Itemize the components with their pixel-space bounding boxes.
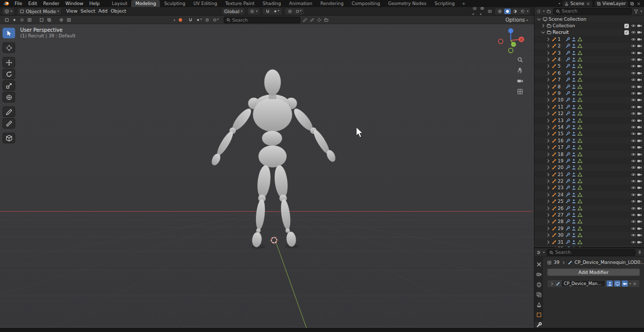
eye-icon[interactable]	[631, 37, 636, 42]
modifier-wrench-icon[interactable]	[565, 118, 570, 123]
eye-icon[interactable]	[631, 158, 636, 163]
eye-icon[interactable]	[631, 23, 636, 28]
falloff-sphere-icon[interactable]	[178, 17, 183, 23]
tab-output[interactable]	[534, 281, 543, 288]
mesh-data-icon[interactable]	[577, 219, 582, 224]
eye-icon[interactable]	[631, 84, 636, 89]
camera-icon[interactable]	[637, 131, 642, 136]
camera-icon[interactable]	[637, 226, 642, 231]
mesh-data-icon[interactable]	[577, 240, 582, 245]
scene-collection-row[interactable]: Scene Collection	[534, 16, 644, 22]
modifier-wrench-icon[interactable]	[565, 199, 570, 204]
add-cube-tool[interactable]	[3, 133, 15, 143]
chevron-right-icon[interactable]	[546, 71, 551, 76]
armature-data-icon[interactable]	[571, 131, 576, 136]
camera-icon[interactable]	[637, 111, 642, 116]
outliner-object-row[interactable]: 30	[534, 232, 644, 239]
eye-icon[interactable]	[631, 104, 636, 109]
mesh-data-icon[interactable]	[577, 111, 582, 116]
chevron-right-icon[interactable]	[546, 145, 551, 150]
mesh-data-icon[interactable]	[577, 125, 582, 130]
eye-icon[interactable]	[631, 97, 636, 102]
workspace-tab[interactable]: Layout	[108, 0, 132, 7]
chevron-right-icon[interactable]	[546, 199, 551, 204]
modifier-wrench-icon[interactable]	[565, 91, 570, 96]
chevron-right-icon[interactable]	[546, 219, 551, 224]
scene-selector[interactable]: Scene	[562, 1, 592, 7]
camera-icon[interactable]	[637, 84, 642, 89]
eye-icon[interactable]	[631, 145, 636, 150]
collection-row[interactable]: Collection ✓	[534, 22, 644, 29]
mesh-data-icon[interactable]	[577, 179, 582, 184]
armature-data-icon[interactable]	[571, 199, 576, 204]
modifier-wrench-icon[interactable]	[565, 43, 570, 48]
tool-search-input[interactable]	[232, 18, 298, 23]
eye-icon[interactable]	[631, 233, 636, 238]
outliner-object-row[interactable]: 16	[534, 137, 644, 144]
chevron-right-icon[interactable]	[546, 91, 551, 96]
breadcrumb-data-name[interactable]: CP_Device_Mannequin_LOD0...	[574, 260, 644, 265]
cursor-tool-icon[interactable]	[317, 18, 321, 22]
armature-data-icon[interactable]	[571, 111, 576, 116]
outliner-search-input[interactable]	[562, 9, 629, 14]
outliner-object-row[interactable]: 23	[534, 185, 644, 191]
armature-data-icon[interactable]	[571, 118, 576, 123]
chevron-right-icon[interactable]	[546, 57, 551, 62]
shading-dropdown-icon[interactable]: ▾	[527, 10, 528, 13]
armature-data-icon[interactable]	[571, 71, 576, 76]
chevron-right-icon[interactable]	[546, 84, 551, 89]
armature-data-icon[interactable]	[571, 138, 576, 143]
camera-icon[interactable]	[637, 152, 642, 157]
eye-icon[interactable]	[631, 91, 636, 96]
pan-hand-icon[interactable]	[517, 67, 523, 74]
tab-scene[interactable]	[534, 301, 543, 308]
modifier-wrench-icon[interactable]	[565, 71, 570, 76]
outliner-object-row[interactable]: 6	[534, 70, 644, 76]
mesh-data-icon[interactable]	[577, 165, 582, 170]
outliner-object-row[interactable]: 10	[534, 97, 644, 103]
tool-option-icon[interactable]	[38, 17, 45, 23]
camera-icon[interactable]	[637, 219, 642, 224]
tool-option-icon[interactable]	[4, 17, 10, 23]
extras-icon[interactable]	[324, 18, 329, 22]
chevron-right-icon[interactable]	[546, 43, 551, 48]
eye-icon[interactable]	[631, 111, 636, 116]
eye-icon[interactable]	[631, 131, 636, 136]
tab-object[interactable]	[534, 311, 543, 318]
workspace-tab[interactable]: Geometry Nodes	[384, 0, 431, 7]
mesh-data-icon[interactable]	[577, 77, 582, 82]
chevron-right-icon[interactable]	[546, 97, 551, 102]
outliner-object-row[interactable]: 11	[534, 103, 644, 110]
camera-icon[interactable]	[637, 71, 642, 76]
modifier-editmode-toggle[interactable]	[607, 281, 613, 287]
camera-icon[interactable]	[637, 125, 642, 130]
outliner-object-row[interactable]: 2	[534, 43, 644, 49]
workspace-tab[interactable]: Modeling	[131, 0, 160, 7]
mode-dropdown[interactable]: Object Mode ▾	[18, 8, 61, 15]
eye-icon[interactable]	[631, 57, 636, 62]
scene-browse-icon[interactable]: ▾	[559, 2, 560, 5]
outliner-object-row[interactable]: 25	[534, 198, 644, 205]
outliner-display-icon[interactable]	[547, 9, 551, 14]
camera-icon[interactable]	[637, 192, 642, 197]
snap-target-dropdown[interactable]: ▾	[272, 9, 280, 14]
eye-icon[interactable]	[631, 219, 636, 224]
snap-with-dropdown[interactable]: ▾	[195, 17, 203, 23]
modifier-wrench-icon[interactable]	[565, 125, 570, 130]
modifier-wrench-icon[interactable]	[565, 131, 570, 136]
armature-data-icon[interactable]	[571, 97, 576, 102]
pivot-dropdown[interactable]: ▾	[248, 8, 259, 15]
outliner-object-row[interactable]: 22	[534, 178, 644, 184]
chevron-right-icon[interactable]	[546, 192, 551, 197]
tab-view-layer[interactable]	[534, 291, 543, 298]
camera-icon[interactable]	[637, 145, 642, 150]
modifier-wrench-icon[interactable]	[565, 158, 570, 163]
modifier-wrench-icon[interactable]	[565, 138, 570, 143]
mesh-data-icon[interactable]	[577, 152, 582, 157]
eye-icon[interactable]	[631, 30, 636, 35]
menubar-item[interactable]: Edit	[25, 0, 40, 7]
eye-icon[interactable]	[631, 192, 636, 197]
collection-checkbox[interactable]: ✓	[624, 24, 629, 28]
camera-icon[interactable]	[637, 172, 642, 177]
mesh-data-icon[interactable]	[577, 199, 582, 204]
